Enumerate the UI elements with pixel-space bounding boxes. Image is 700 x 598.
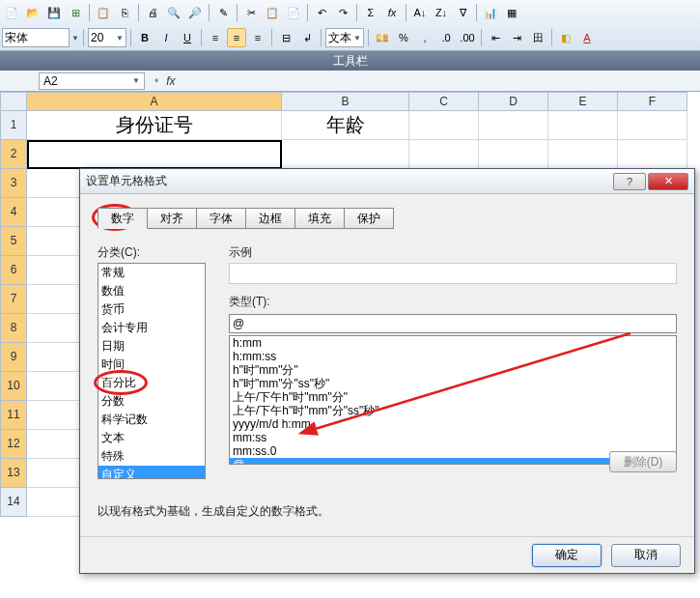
cell-F1[interactable] xyxy=(618,111,687,140)
row-header-1[interactable]: 1 xyxy=(0,111,27,140)
paste-icon[interactable]: 📄 xyxy=(284,3,303,22)
row-header-2[interactable]: 2 xyxy=(0,140,27,169)
bold-button[interactable]: B xyxy=(135,28,154,47)
print-icon[interactable]: 🖨 xyxy=(143,3,162,22)
category-item[interactable]: 货币 xyxy=(98,300,205,319)
cell-F2[interactable] xyxy=(618,140,687,169)
fx-icon[interactable]: fx xyxy=(382,3,402,22)
cut-icon[interactable]: 📋 xyxy=(94,3,113,22)
row-header-7[interactable]: 7 xyxy=(0,285,27,314)
comma-icon[interactable]: , xyxy=(415,28,434,47)
category-item[interactable]: 特殊 xyxy=(98,447,205,466)
indent-inc-icon[interactable]: ⇥ xyxy=(507,28,526,47)
chevron-down-icon[interactable]: ▼ xyxy=(71,34,79,43)
row-header-9[interactable]: 9 xyxy=(0,343,27,372)
row-header-5[interactable]: 5 xyxy=(0,227,27,256)
indent-dec-icon[interactable]: ⇤ xyxy=(486,28,505,47)
tab-3[interactable]: 边框 xyxy=(245,208,295,229)
cell-E1[interactable] xyxy=(548,111,618,140)
tab-0[interactable]: 数字 xyxy=(98,208,148,229)
cell-C2[interactable] xyxy=(409,140,479,169)
copy2-icon[interactable]: 📋 xyxy=(263,3,282,22)
dialog-titlebar[interactable]: 设置单元格格式 ? ✕ xyxy=(80,169,694,194)
category-item[interactable]: 会计专用 xyxy=(98,319,205,337)
ok-button[interactable]: 确定 xyxy=(532,544,602,567)
format-list[interactable]: h:mmh:mm:ssh"时"mm"分"h"时"mm"分"ss"秒"上午/下午h… xyxy=(229,335,677,465)
cell-D2[interactable] xyxy=(479,140,548,169)
inc-dec-icon[interactable]: .0 xyxy=(436,28,456,47)
format-item[interactable]: h"时"mm"分" xyxy=(230,363,676,377)
row-header-11[interactable]: 11 xyxy=(0,401,27,430)
undo-icon[interactable]: ↶ xyxy=(312,3,331,22)
cell-A1[interactable]: 身份证号 xyxy=(27,111,282,140)
zoom-icon[interactable]: 🔎 xyxy=(185,3,205,22)
borders-icon[interactable]: 田 xyxy=(528,28,547,47)
col-header-B[interactable]: B xyxy=(282,92,409,111)
row-header-3[interactable]: 3 xyxy=(0,169,27,198)
cell-C1[interactable] xyxy=(409,111,479,140)
fill-color-icon[interactable]: ◧ xyxy=(556,28,575,47)
row-header-14[interactable]: 14 xyxy=(0,488,27,517)
filter-icon[interactable]: ∇ xyxy=(453,3,472,22)
type-input[interactable] xyxy=(229,314,677,333)
align-left-icon[interactable]: ≡ xyxy=(206,28,225,47)
preview-icon[interactable]: 🔍 xyxy=(164,3,183,22)
row-header-8[interactable]: 8 xyxy=(0,314,27,343)
tab-5[interactable]: 保护 xyxy=(344,208,394,229)
underline-button[interactable]: U xyxy=(178,28,197,47)
align-center-icon[interactable]: ≡ xyxy=(227,28,246,47)
col-header-E[interactable]: E xyxy=(548,92,618,111)
cell-D1[interactable] xyxy=(479,111,548,140)
cancel-button[interactable]: 取消 xyxy=(611,544,681,567)
font-size-select[interactable]: 20 ▼ xyxy=(88,28,126,47)
row-header-4[interactable]: 4 xyxy=(0,198,27,227)
category-item[interactable]: 日期 xyxy=(98,337,205,356)
row-header-6[interactable]: 6 xyxy=(0,256,27,285)
sum-icon[interactable]: Σ xyxy=(361,3,380,22)
sort-desc-icon[interactable]: Z↓ xyxy=(432,3,451,22)
row-header-12[interactable]: 12 xyxy=(0,430,27,459)
sort-asc-icon[interactable]: A↓ xyxy=(410,3,430,22)
italic-button[interactable]: I xyxy=(156,28,176,47)
category-item[interactable]: 分数 xyxy=(98,392,205,411)
format-item[interactable]: yyyy/m/d h:mm xyxy=(230,417,676,431)
col-header-D[interactable]: D xyxy=(479,92,548,111)
redo-icon[interactable]: ↷ xyxy=(333,3,352,22)
tab-4[interactable]: 填充 xyxy=(294,208,345,229)
save-icon[interactable]: 💾 xyxy=(44,3,64,22)
category-item[interactable]: 自定义 xyxy=(98,466,205,479)
row-header-13[interactable]: 13 xyxy=(0,459,27,488)
fx-label[interactable]: fx xyxy=(166,74,175,88)
format-item[interactable]: 上午/下午h"时"mm"分" xyxy=(230,390,676,404)
wrap-icon[interactable]: ↲ xyxy=(297,28,317,47)
percent-icon[interactable]: % xyxy=(394,28,413,47)
category-item[interactable]: 时间 xyxy=(98,356,205,374)
merge-icon[interactable]: ⊟ xyxy=(276,28,295,47)
font-color-icon[interactable]: A xyxy=(577,28,597,47)
chart-icon[interactable]: 📊 xyxy=(481,3,500,22)
copy-icon[interactable]: ⎘ xyxy=(115,3,134,22)
cell-E2[interactable] xyxy=(548,140,618,169)
cell-B1[interactable]: 年龄 xyxy=(282,111,409,140)
category-item[interactable]: 科学记数 xyxy=(98,411,205,429)
cut2-icon[interactable]: ✂ xyxy=(241,3,261,22)
help-button[interactable]: ? xyxy=(613,173,646,190)
category-item[interactable]: 数值 xyxy=(98,282,205,300)
tab-1[interactable]: 对齐 xyxy=(147,208,197,229)
format-type-select[interactable]: 文本 ▼ xyxy=(325,28,364,47)
format-item[interactable]: h:mm xyxy=(230,336,676,350)
delete-button[interactable]: 删除(D) xyxy=(609,451,677,472)
category-list[interactable]: 常规数值货币会计专用日期时间百分比分数科学记数文本特殊自定义 xyxy=(98,263,206,479)
format-item[interactable]: 上午/下午h"时"mm"分"ss"秒" xyxy=(230,404,676,417)
brush-icon[interactable]: ✎ xyxy=(213,3,233,22)
name-box[interactable]: A2 ▼ xyxy=(39,72,145,90)
col-header-F[interactable]: F xyxy=(618,92,687,111)
align-right-icon[interactable]: ≡ xyxy=(248,28,267,47)
fx-cancel-icon[interactable]: • xyxy=(154,74,158,88)
tab-2[interactable]: 字体 xyxy=(196,208,246,229)
category-item[interactable]: 常规 xyxy=(98,264,205,282)
close-button[interactable]: ✕ xyxy=(648,173,688,190)
open-icon[interactable]: 📂 xyxy=(23,3,42,22)
category-item[interactable]: 百分比 xyxy=(98,374,205,392)
cell-B2[interactable] xyxy=(282,140,409,169)
